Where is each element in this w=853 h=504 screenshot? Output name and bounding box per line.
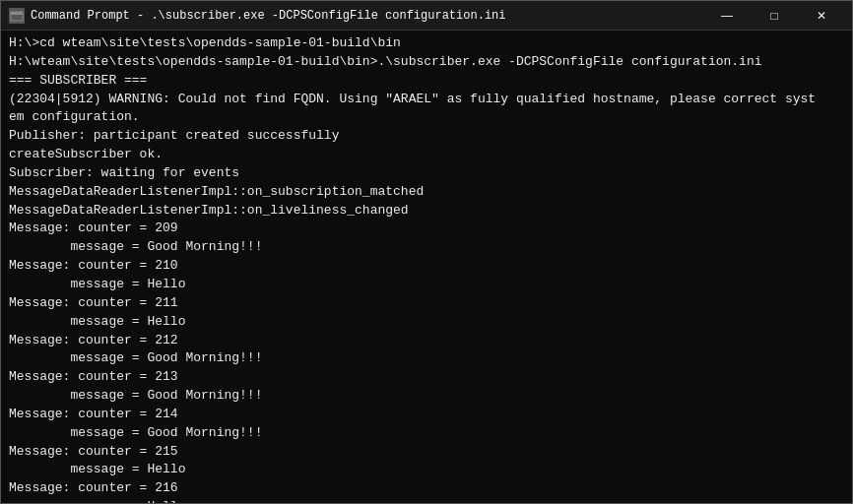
terminal-line: Message: counter = 216 xyxy=(9,479,844,498)
terminal-line: Message: counter = 210 xyxy=(9,257,844,276)
terminal-line: message = Hello xyxy=(9,276,844,294)
close-button[interactable]: ✕ xyxy=(799,1,844,31)
terminal-line: H:\>cd wteam\site\tests\opendds-sample-0… xyxy=(9,34,844,53)
terminal-line: message = Hello xyxy=(9,461,844,479)
window-icon xyxy=(9,8,25,24)
terminal-line: Message: counter = 212 xyxy=(9,332,844,350)
terminal-line: Message: counter = 214 xyxy=(9,406,844,424)
terminal-line: message = Good Morning!!! xyxy=(9,387,844,406)
terminal-line: (22304|5912) WARNING: Could not find FQD… xyxy=(9,91,844,109)
terminal-line: MessageDataReaderListenerImpl::on_liveli… xyxy=(9,202,844,220)
terminal-line: Message: counter = 215 xyxy=(9,443,844,462)
title-bar: Command Prompt - .\subscriber.exe -DCPSC… xyxy=(1,1,852,31)
terminal-line: Publisher: participant created successfu… xyxy=(9,127,844,146)
terminal-output: H:\>cd wteam\site\tests\opendds-sample-0… xyxy=(1,31,852,503)
title-bar-text: Command Prompt - .\subscriber.exe -DCPSC… xyxy=(31,9,704,23)
svg-rect-1 xyxy=(11,12,23,15)
terminal-line: message = Good Morning!!! xyxy=(9,238,844,257)
terminal-line: Message: counter = 211 xyxy=(9,294,844,313)
minimize-button[interactable]: — xyxy=(704,1,750,31)
terminal-line: message = Good Morning!!! xyxy=(9,424,844,443)
terminal-line: H:\wteam\site\tests\opendds-sample-01-bu… xyxy=(9,53,844,72)
terminal-line: em configuration. xyxy=(9,108,844,127)
maximize-button[interactable]: □ xyxy=(752,1,797,31)
command-prompt-window: Command Prompt - .\subscriber.exe -DCPSC… xyxy=(0,0,853,504)
terminal-line: Message: counter = 209 xyxy=(9,220,844,238)
terminal-line: === SUBSCRIBER === xyxy=(9,72,844,91)
window-controls: — □ ✕ xyxy=(704,1,844,31)
terminal-line: MessageDataReaderListenerImpl::on_subscr… xyxy=(9,183,844,202)
terminal-line: Subscriber: waiting for events xyxy=(9,164,844,183)
terminal-line: message = Hello xyxy=(9,313,844,332)
terminal-line: message = Hello xyxy=(9,498,844,503)
terminal-line: createSubscriber ok. xyxy=(9,146,844,164)
terminal-line: Message: counter = 213 xyxy=(9,368,844,387)
terminal-line: message = Good Morning!!! xyxy=(9,349,844,368)
